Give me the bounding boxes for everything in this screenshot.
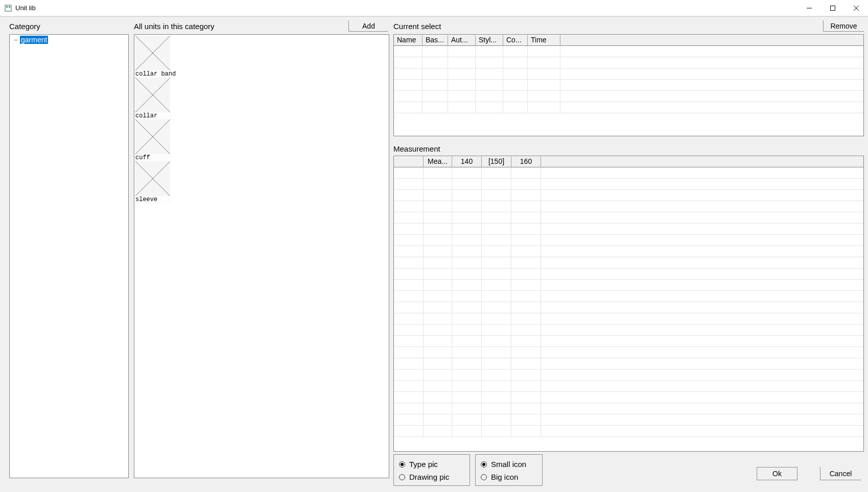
window-title: Unit lib [15,4,36,12]
column-header[interactable]: Name [394,35,423,46]
svg-rect-2 [9,6,10,8]
table-cell [394,358,424,369]
table-row[interactable] [394,57,863,68]
close-button[interactable] [844,0,868,16]
table-row[interactable] [394,80,863,91]
add-button[interactable]: Add [348,20,388,32]
table-row[interactable] [394,167,863,179]
minimize-button[interactable] [797,0,821,16]
dialog-body: Category All units in this category Curr… [0,16,868,492]
column-header[interactable]: Styl... [476,35,503,46]
radio-option[interactable]: Type pic [399,458,464,471]
table-row[interactable] [394,201,863,212]
radio-option[interactable]: Drawing pic [399,471,464,483]
table-row[interactable] [394,190,863,201]
unit-item[interactable]: cuff [135,119,172,161]
svg-rect-1 [6,6,8,8]
column-header[interactable]: Bas... [423,35,448,46]
table-row[interactable] [394,358,863,370]
table-row[interactable] [394,246,863,257]
table-row[interactable] [394,302,863,313]
table-row[interactable] [394,102,863,113]
radio-label: Type pic [409,460,438,469]
table-row[interactable] [394,403,863,414]
table-row[interactable] [394,91,863,102]
tree-item[interactable]: –garment [10,35,128,45]
column-header[interactable]: Time [528,35,560,46]
table-row[interactable] [394,257,863,268]
radio-option[interactable]: Big icon [481,471,537,483]
table-cell [482,179,511,189]
table-row[interactable] [394,336,863,347]
table-cell [394,91,423,102]
table-cell [394,102,423,113]
remove-button[interactable]: Remove [823,20,864,32]
table-cell [503,102,528,113]
table-cell [482,167,511,178]
table-cell [424,403,452,414]
column-header[interactable]: Co... [503,35,528,46]
column-header[interactable] [394,156,424,167]
measurement-label: Measurement [393,144,440,153]
column-header[interactable]: Aut... [448,35,476,46]
column-header[interactable]: 160 [511,156,541,167]
tree-item-label[interactable]: garment [20,36,48,44]
table-cell [452,336,482,347]
table-row[interactable] [394,224,863,235]
table-row[interactable] [394,291,863,302]
table-row[interactable] [394,370,863,381]
maximize-button[interactable] [821,0,844,16]
table-cell [452,224,482,234]
table-cell [394,336,424,347]
table-row[interactable] [394,68,863,80]
table-cell [476,80,503,90]
table-cell [394,426,424,436]
table-row[interactable] [394,268,863,280]
table-cell [452,302,482,313]
table-row[interactable] [394,381,863,392]
column-header[interactable]: [150] [482,156,511,167]
table-cell [394,313,424,324]
table-row[interactable] [394,235,863,246]
icon-size-group: Small iconBig icon [475,454,543,486]
table-cell [394,246,424,257]
table-row[interactable] [394,179,863,190]
units-list[interactable]: collar bandcollarcuffsleeve [134,34,389,478]
table-cell [511,179,541,189]
category-label: Category [9,22,40,31]
table-row[interactable] [394,347,863,358]
unit-item[interactable]: collar band [135,36,172,78]
table-row[interactable] [394,280,863,291]
table-row[interactable] [394,313,863,325]
placeholder-icon [135,161,170,196]
table-row[interactable] [394,414,863,426]
table-cell [423,68,448,79]
table-row[interactable] [394,426,863,437]
table-cell [511,403,541,414]
table-row[interactable] [394,46,863,57]
table-cell [423,80,448,90]
table-cell [482,336,511,347]
current-select-grid[interactable]: NameBas...Aut...Styl...Co...Time [393,34,864,136]
cancel-button[interactable]: Cancel [820,467,861,480]
table-cell [452,280,482,290]
table-row[interactable] [394,325,863,336]
table-cell [511,325,541,335]
column-header[interactable]: Mea... [424,156,452,167]
table-cell [476,46,503,57]
radio-option[interactable]: Small icon [481,458,537,471]
unit-item[interactable]: collar [135,78,172,119]
table-row[interactable] [394,212,863,224]
unit-item[interactable]: sleeve [135,161,172,203]
category-tree[interactable]: –garment [9,34,129,478]
ok-button[interactable]: Ok [757,467,797,480]
column-header[interactable]: 140 [452,156,482,167]
table-cell [482,392,511,403]
table-cell [528,46,560,57]
tree-toggle-icon[interactable]: – [13,36,19,43]
table-cell [394,224,424,234]
measurement-grid[interactable]: Mea...140[150]160 [393,156,864,452]
table-cell [452,212,482,223]
table-row[interactable] [394,392,863,403]
table-cell [503,46,528,57]
